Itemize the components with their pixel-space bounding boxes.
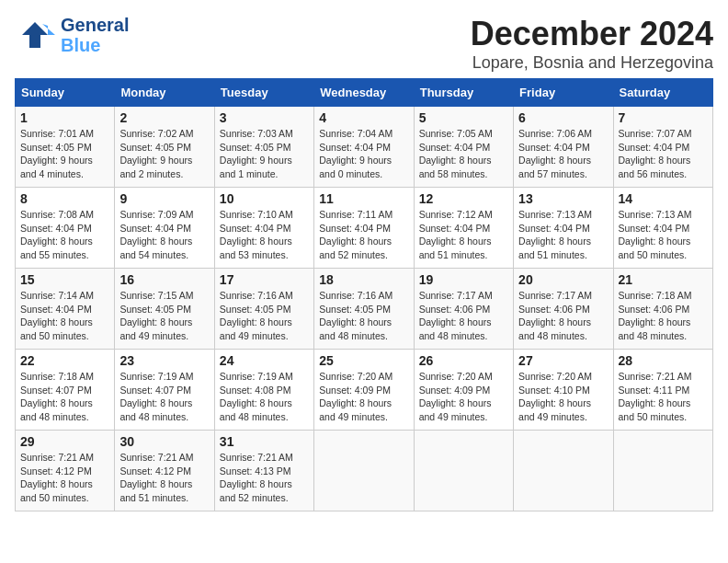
day-details: Sunrise: 7:14 AM Sunset: 4:04 PM Dayligh… bbox=[20, 289, 109, 343]
title-block: December 2024 Lopare, Bosnia and Herzego… bbox=[471, 15, 713, 73]
day-details: Sunrise: 7:12 AM Sunset: 4:04 PM Dayligh… bbox=[419, 208, 508, 262]
day-cell-14: 14Sunrise: 7:13 AM Sunset: 4:04 PM Dayli… bbox=[613, 188, 712, 269]
week-row-5: 29Sunrise: 7:21 AM Sunset: 4:12 PM Dayli… bbox=[16, 431, 713, 511]
day-cell-21: 21Sunrise: 7:18 AM Sunset: 4:06 PM Dayli… bbox=[613, 269, 712, 350]
day-details: Sunrise: 7:02 AM Sunset: 4:05 PM Dayligh… bbox=[119, 127, 209, 181]
day-number: 15 bbox=[20, 272, 109, 287]
logo: General Blue bbox=[15, 15, 129, 55]
day-cell-10: 10Sunrise: 7:10 AM Sunset: 4:04 PM Dayli… bbox=[214, 188, 313, 269]
day-details: Sunrise: 7:21 AM Sunset: 4:13 PM Dayligh… bbox=[220, 451, 309, 505]
week-row-1: 1Sunrise: 7:01 AM Sunset: 4:05 PM Daylig… bbox=[16, 107, 713, 188]
day-details: Sunrise: 7:15 AM Sunset: 4:05 PM Dayligh… bbox=[119, 289, 209, 343]
day-cell-28: 28Sunrise: 7:21 AM Sunset: 4:11 PM Dayli… bbox=[613, 350, 712, 431]
day-details: Sunrise: 7:08 AM Sunset: 4:04 PM Dayligh… bbox=[20, 208, 109, 262]
day-number: 6 bbox=[518, 110, 608, 125]
day-number: 24 bbox=[220, 353, 309, 368]
day-cell-22: 22Sunrise: 7:18 AM Sunset: 4:07 PM Dayli… bbox=[16, 350, 115, 431]
day-number: 2 bbox=[119, 110, 209, 125]
day-cell-3: 3Sunrise: 7:03 AM Sunset: 4:05 PM Daylig… bbox=[214, 107, 313, 188]
day-details: Sunrise: 7:05 AM Sunset: 4:04 PM Dayligh… bbox=[419, 127, 508, 181]
day-details: Sunrise: 7:19 AM Sunset: 4:07 PM Dayligh… bbox=[119, 370, 209, 424]
day-number: 5 bbox=[419, 110, 508, 125]
day-cell-17: 17Sunrise: 7:16 AM Sunset: 4:05 PM Dayli… bbox=[214, 269, 313, 350]
day-details: Sunrise: 7:17 AM Sunset: 4:06 PM Dayligh… bbox=[419, 289, 508, 343]
day-number: 16 bbox=[119, 272, 209, 287]
day-number: 19 bbox=[419, 272, 508, 287]
day-cell-30: 30Sunrise: 7:21 AM Sunset: 4:12 PM Dayli… bbox=[115, 431, 214, 511]
column-header-wednesday: Wednesday bbox=[314, 79, 414, 107]
logo-text: General Blue bbox=[61, 15, 129, 55]
day-cell-31: 31Sunrise: 7:21 AM Sunset: 4:13 PM Dayli… bbox=[214, 431, 313, 511]
location-title: Lopare, Bosnia and Herzegovina bbox=[471, 53, 713, 73]
day-details: Sunrise: 7:19 AM Sunset: 4:08 PM Dayligh… bbox=[220, 370, 309, 424]
day-number: 27 bbox=[518, 353, 608, 368]
header: General Blue December 2024 Lopare, Bosni… bbox=[15, 15, 713, 73]
day-cell-27: 27Sunrise: 7:20 AM Sunset: 4:10 PM Dayli… bbox=[514, 350, 613, 431]
day-number: 11 bbox=[319, 191, 408, 206]
day-cell-18: 18Sunrise: 7:16 AM Sunset: 4:05 PM Dayli… bbox=[314, 269, 414, 350]
day-number: 20 bbox=[518, 272, 608, 287]
day-number: 28 bbox=[619, 353, 708, 368]
day-number: 29 bbox=[20, 434, 109, 449]
day-number: 25 bbox=[319, 353, 408, 368]
column-header-thursday: Thursday bbox=[414, 79, 513, 107]
empty-cell bbox=[314, 431, 414, 511]
day-cell-9: 9Sunrise: 7:09 AM Sunset: 4:04 PM Daylig… bbox=[115, 188, 214, 269]
day-cell-6: 6Sunrise: 7:06 AM Sunset: 4:04 PM Daylig… bbox=[514, 107, 613, 188]
day-number: 18 bbox=[319, 272, 408, 287]
empty-cell bbox=[414, 431, 513, 511]
week-row-4: 22Sunrise: 7:18 AM Sunset: 4:07 PM Dayli… bbox=[16, 350, 713, 431]
day-cell-24: 24Sunrise: 7:19 AM Sunset: 4:08 PM Dayli… bbox=[214, 350, 313, 431]
day-cell-1: 1Sunrise: 7:01 AM Sunset: 4:05 PM Daylig… bbox=[16, 107, 115, 188]
day-number: 9 bbox=[119, 191, 209, 206]
day-details: Sunrise: 7:04 AM Sunset: 4:04 PM Dayligh… bbox=[319, 127, 408, 181]
calendar-table: SundayMondayTuesdayWednesdayThursdayFrid… bbox=[15, 78, 713, 511]
day-details: Sunrise: 7:21 AM Sunset: 4:12 PM Dayligh… bbox=[20, 451, 109, 505]
day-details: Sunrise: 7:13 AM Sunset: 4:04 PM Dayligh… bbox=[619, 208, 708, 262]
day-details: Sunrise: 7:06 AM Sunset: 4:04 PM Dayligh… bbox=[518, 127, 608, 181]
day-cell-19: 19Sunrise: 7:17 AM Sunset: 4:06 PM Dayli… bbox=[414, 269, 513, 350]
day-number: 23 bbox=[119, 353, 209, 368]
day-details: Sunrise: 7:13 AM Sunset: 4:04 PM Dayligh… bbox=[518, 208, 608, 262]
day-cell-2: 2Sunrise: 7:02 AM Sunset: 4:05 PM Daylig… bbox=[115, 107, 214, 188]
day-cell-8: 8Sunrise: 7:08 AM Sunset: 4:04 PM Daylig… bbox=[16, 188, 115, 269]
week-row-3: 15Sunrise: 7:14 AM Sunset: 4:04 PM Dayli… bbox=[16, 269, 713, 350]
column-header-tuesday: Tuesday bbox=[214, 79, 313, 107]
day-cell-5: 5Sunrise: 7:05 AM Sunset: 4:04 PM Daylig… bbox=[414, 107, 513, 188]
day-number: 4 bbox=[319, 110, 408, 125]
day-details: Sunrise: 7:09 AM Sunset: 4:04 PM Dayligh… bbox=[119, 208, 209, 262]
week-row-2: 8Sunrise: 7:08 AM Sunset: 4:04 PM Daylig… bbox=[16, 188, 713, 269]
day-cell-12: 12Sunrise: 7:12 AM Sunset: 4:04 PM Dayli… bbox=[414, 188, 513, 269]
day-details: Sunrise: 7:18 AM Sunset: 4:06 PM Dayligh… bbox=[619, 289, 708, 343]
day-number: 31 bbox=[220, 434, 309, 449]
day-cell-26: 26Sunrise: 7:20 AM Sunset: 4:09 PM Dayli… bbox=[414, 350, 513, 431]
svg-marker-1 bbox=[22, 22, 48, 48]
day-details: Sunrise: 7:01 AM Sunset: 4:05 PM Dayligh… bbox=[20, 127, 109, 181]
day-details: Sunrise: 7:03 AM Sunset: 4:05 PM Dayligh… bbox=[220, 127, 309, 181]
column-header-monday: Monday bbox=[115, 79, 214, 107]
day-cell-15: 15Sunrise: 7:14 AM Sunset: 4:04 PM Dayli… bbox=[16, 269, 115, 350]
day-number: 30 bbox=[119, 434, 209, 449]
day-number: 1 bbox=[20, 110, 109, 125]
day-cell-20: 20Sunrise: 7:17 AM Sunset: 4:06 PM Dayli… bbox=[514, 269, 613, 350]
day-number: 14 bbox=[619, 191, 708, 206]
day-details: Sunrise: 7:18 AM Sunset: 4:07 PM Dayligh… bbox=[20, 370, 109, 424]
day-number: 3 bbox=[220, 110, 309, 125]
day-details: Sunrise: 7:21 AM Sunset: 4:11 PM Dayligh… bbox=[619, 370, 708, 424]
day-details: Sunrise: 7:20 AM Sunset: 4:10 PM Dayligh… bbox=[518, 370, 608, 424]
day-cell-25: 25Sunrise: 7:20 AM Sunset: 4:09 PM Dayli… bbox=[314, 350, 414, 431]
month-title: December 2024 bbox=[471, 15, 713, 53]
day-number: 12 bbox=[419, 191, 508, 206]
logo-icon bbox=[15, 18, 55, 52]
day-number: 8 bbox=[20, 191, 109, 206]
day-cell-23: 23Sunrise: 7:19 AM Sunset: 4:07 PM Dayli… bbox=[115, 350, 214, 431]
day-details: Sunrise: 7:21 AM Sunset: 4:12 PM Dayligh… bbox=[119, 451, 209, 505]
day-cell-29: 29Sunrise: 7:21 AM Sunset: 4:12 PM Dayli… bbox=[16, 431, 115, 511]
day-cell-4: 4Sunrise: 7:04 AM Sunset: 4:04 PM Daylig… bbox=[314, 107, 414, 188]
day-details: Sunrise: 7:20 AM Sunset: 4:09 PM Dayligh… bbox=[319, 370, 408, 424]
empty-cell bbox=[514, 431, 613, 511]
day-details: Sunrise: 7:16 AM Sunset: 4:05 PM Dayligh… bbox=[220, 289, 309, 343]
day-number: 26 bbox=[419, 353, 508, 368]
day-cell-13: 13Sunrise: 7:13 AM Sunset: 4:04 PM Dayli… bbox=[514, 188, 613, 269]
day-cell-11: 11Sunrise: 7:11 AM Sunset: 4:04 PM Dayli… bbox=[314, 188, 414, 269]
